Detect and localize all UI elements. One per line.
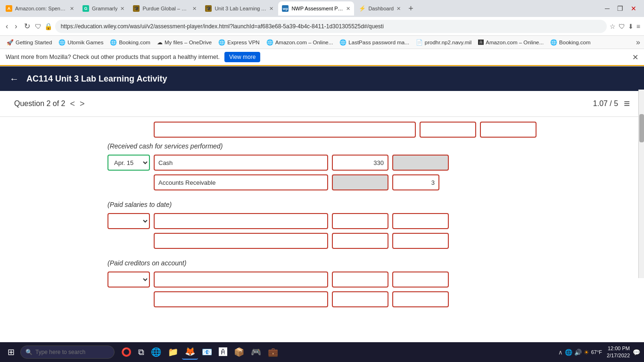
debit-input-sal-1[interactable] — [332, 213, 388, 229]
date-select-1[interactable]: Apr. 15 — [107, 155, 150, 171]
taskbar-taskview-button[interactable]: ⧉ — [135, 346, 147, 359]
bookmark-prodhr[interactable]: 📄 prodhr.np2.navy.mil — [413, 38, 475, 47]
bookmark-amazon1[interactable]: 🌐 Amazon.com – Online... — [264, 38, 336, 47]
score-display: 1.07 / 5 — [593, 99, 618, 108]
debit-input-cred-2[interactable] — [332, 291, 388, 307]
taskbar-explorer-button[interactable]: 📁 — [165, 345, 181, 359]
taskbar-edge-button[interactable]: 🌐 — [148, 345, 164, 359]
debit-input-cash[interactable] — [332, 155, 388, 171]
date-select-2[interactable] — [107, 213, 150, 229]
tab-close-unit3[interactable]: ✕ — [269, 6, 273, 12]
tab-unit3[interactable]: 🎓 Unit 3 Lab Learning Activ... ✕ — [201, 1, 277, 16]
bookmark-amazon2[interactable]: 🅰 Amazon.com – Online... — [475, 38, 546, 47]
reload-button[interactable]: ↻ — [22, 21, 32, 32]
tab-close-purdue[interactable]: ✕ — [192, 6, 197, 12]
account-input-cash[interactable] — [154, 155, 328, 171]
app-back-button[interactable]: ← — [9, 74, 19, 84]
bookmark-icon-booking1: 🌐 — [110, 39, 117, 46]
tab-dashboard[interactable]: ⚡ Dashboard ✕ — [355, 1, 405, 16]
back-button[interactable]: ‹ — [4, 21, 10, 32]
tray-speaker-icon[interactable]: 🔊 — [574, 349, 582, 356]
bookmark-onedrive[interactable]: ☁ My files – OneDrive — [154, 38, 215, 47]
new-tab-button[interactable]: + — [405, 4, 416, 14]
top-credit-input-1[interactable] — [480, 122, 537, 138]
account-input-sal-1[interactable] — [154, 213, 328, 229]
bookmark-icon-getting-started: 🚀 — [7, 39, 14, 46]
clock-display[interactable]: 12:00 PM 2/17/2022 — [607, 345, 630, 360]
debit-input-cred-1[interactable] — [332, 272, 388, 288]
notification-close-button[interactable]: ✕ — [632, 53, 638, 62]
score-area: 1.07 / 5 ≡ — [593, 98, 630, 110]
top-debit-input-1[interactable] — [420, 122, 476, 138]
address-bar: ‹ › ↻ 🛡 🔒 ☆ 🛡 ⬇ ≡ — [0, 17, 644, 36]
account-input-ar[interactable] — [154, 174, 328, 190]
tab-label-unit3: Unit 3 Lab Learning Activ... — [215, 6, 266, 11]
taskbar-office-button[interactable]: 💼 — [265, 345, 281, 359]
taskbar-discord-button[interactable]: 🎮 — [248, 345, 264, 359]
tray-network-icon[interactable]: 🌐 — [565, 349, 572, 356]
prev-question-button[interactable]: < — [70, 99, 75, 109]
forward-button[interactable]: › — [13, 21, 19, 32]
taskbar-cortana-button[interactable]: ⭕ — [118, 345, 134, 359]
tab-nwp[interactable]: wp NWP Assessment Player ✕ — [278, 1, 354, 16]
section-received-cash: (Received cash for services performed) A… — [107, 142, 537, 190]
credit-input-sal-1[interactable] — [392, 213, 449, 229]
section-label-1: (Received cash for services performed) — [107, 142, 537, 150]
next-question-button[interactable]: > — [80, 99, 85, 109]
account-input-cred-2[interactable] — [154, 291, 328, 307]
bookmark-booking2[interactable]: 🌐 Booking.com — [547, 38, 593, 47]
shield-check-icon[interactable]: 🛡 — [619, 23, 625, 30]
bookmark-vpn[interactable]: 🌐 Express VPN — [215, 38, 262, 47]
taskbar-mail-button[interactable]: 📧 — [199, 345, 215, 359]
tab-close-grammarly[interactable]: ✕ — [120, 6, 124, 12]
tab-close-amazon[interactable]: ✕ — [70, 6, 74, 12]
bookmark-star-icon[interactable]: ☆ — [610, 23, 616, 30]
scrollbar[interactable] — [638, 90, 644, 278]
taskbar-amazon-button[interactable]: 🅰 — [216, 346, 230, 359]
credit-input-cred-1[interactable] — [392, 272, 449, 288]
credit-input-sal-2[interactable] — [392, 233, 449, 249]
url-input[interactable] — [55, 20, 607, 33]
download-icon[interactable]: ⬇ — [628, 23, 634, 30]
maximize-button[interactable]: ❐ — [615, 4, 625, 13]
tray-weather-icon: ☀ — [584, 349, 589, 356]
bookmark-lastpass[interactable]: 🌐 LastPass password ma... — [337, 38, 412, 47]
taskbar-search-input[interactable] — [35, 349, 106, 355]
tab-close-dashboard[interactable]: ✕ — [396, 6, 401, 12]
account-input-cred-1[interactable] — [154, 272, 328, 288]
tab-purdue[interactable]: 🎓 Purdue Global – Sign In ✕ — [129, 1, 200, 16]
top-account-input-1[interactable] — [154, 122, 416, 138]
tab-amazon[interactable]: A Amazon.com: Spend less... ✕ — [2, 1, 78, 16]
section-paid-creditors: (Paid creditors on account) — [107, 259, 537, 307]
bookmarks-more-button[interactable]: » — [636, 38, 640, 47]
tab-grammarly[interactable]: G Grammarly ✕ — [79, 1, 128, 16]
taskbar: ⊞ 🔍 ⭕ ⧉ 🌐 📁 🦊 📧 🅰 📦 🎮 💼 ∧ 🌐 🔊 ☀ 67°F 12:… — [0, 342, 644, 362]
tab-favicon-unit3: 🎓 — [205, 5, 212, 12]
account-input-sal-2[interactable] — [154, 233, 328, 249]
bookmark-booking1[interactable]: 🌐 Booking.com — [107, 38, 153, 47]
browser-chrome: A Amazon.com: Spend less... ✕ G Grammarl… — [0, 0, 644, 66]
tab-label-nwp: NWP Assessment Player — [291, 6, 343, 11]
scrollbar-thumb[interactable] — [639, 114, 644, 142]
start-button[interactable]: ⊞ — [4, 345, 18, 359]
tray-up-arrow[interactable]: ∧ — [558, 349, 563, 356]
taskbar-search[interactable]: 🔍 — [20, 346, 115, 359]
credit-input-cash[interactable] — [392, 155, 449, 171]
notification-center-icon[interactable]: 💬 — [633, 349, 640, 356]
credit-input-cred-2[interactable] — [392, 291, 449, 307]
minimize-button[interactable]: ─ — [603, 4, 611, 13]
debit-input-sal-2[interactable] — [332, 233, 388, 249]
question-list-button[interactable]: ≡ — [624, 98, 630, 110]
bookmark-utomik[interactable]: 🌐 Utomik Games — [56, 38, 106, 47]
date-select-3[interactable] — [107, 272, 150, 288]
view-more-button[interactable]: View more — [224, 52, 260, 62]
tab-close-nwp[interactable]: ✕ — [346, 6, 350, 12]
taskbar-firefox-button[interactable]: 🦊 — [182, 345, 198, 360]
close-button[interactable]: ✕ — [629, 4, 638, 13]
taskbar-dropbox-button[interactable]: 📦 — [231, 345, 247, 359]
menu-icon[interactable]: ≡ — [636, 23, 640, 30]
debit-input-ar[interactable] — [332, 174, 388, 190]
credit-input-ar[interactable] — [392, 174, 439, 190]
section-label-3: (Paid creditors on account) — [107, 259, 537, 267]
bookmark-getting-started[interactable]: 🚀 Getting Started — [4, 38, 55, 47]
